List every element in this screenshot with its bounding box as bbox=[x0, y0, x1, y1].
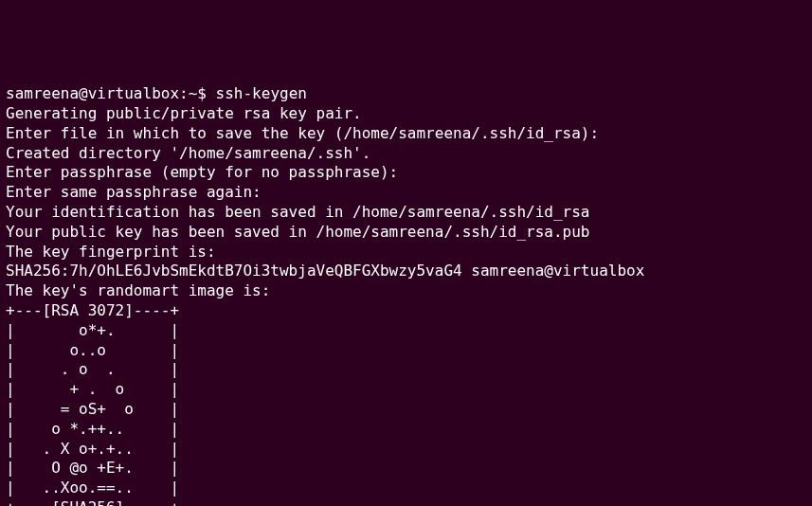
output-fingerprint: SHA256:7h/OhLE6JvbSmEkdtB7Oi3twbjaVeQBFG… bbox=[6, 262, 806, 281]
output-line: Enter same passphrase again: bbox=[6, 183, 806, 203]
terminal-window[interactable]: samreena@virtualbox:~$ ssh-keygenGenerat… bbox=[6, 84, 806, 506]
output-line: Generating public/private rsa key pair. bbox=[6, 104, 806, 124]
randomart-line: | = oS+ o | bbox=[6, 400, 806, 420]
prompt-separator: : bbox=[179, 84, 189, 102]
randomart-line: | . o . | bbox=[6, 360, 806, 380]
prompt-line-1: samreena@virtualbox:~$ ssh-keygen bbox=[6, 84, 806, 104]
output-line: Your public key has been saved in /home/… bbox=[6, 223, 806, 243]
output-line: The key fingerprint is: bbox=[6, 243, 806, 262]
randomart-line: | . X o+.+.. | bbox=[6, 440, 806, 460]
output-line: Created directory '/home/samreena/.ssh'. bbox=[6, 144, 806, 164]
prompt-dollar: $ bbox=[197, 84, 215, 102]
prompt-user-host: samreena@virtualbox bbox=[6, 84, 179, 102]
randomart-line: | O @o +E+. | bbox=[6, 459, 806, 479]
output-line: The key's randomart image is: bbox=[6, 281, 806, 301]
command-input: ssh-keygen bbox=[216, 84, 307, 102]
randomart-line: | o *.++.. | bbox=[6, 420, 806, 440]
randomart-border-bottom: +----[SHA256]-----+ bbox=[6, 498, 806, 506]
prompt-path: ~ bbox=[189, 84, 198, 102]
randomart-line: | o..o | bbox=[6, 341, 806, 361]
output-line: Enter file in which to save the key (/ho… bbox=[6, 124, 806, 144]
output-line: Enter passphrase (empty for no passphras… bbox=[6, 163, 806, 183]
output-line: Your identification has been saved in /h… bbox=[6, 203, 806, 223]
randomart-line: | ..Xoo.==.. | bbox=[6, 479, 806, 498]
randomart-border-top: +---[RSA 3072]----+ bbox=[6, 301, 806, 321]
randomart-line: | + . o | bbox=[6, 380, 806, 400]
randomart-line: | o*+. | bbox=[6, 321, 806, 341]
